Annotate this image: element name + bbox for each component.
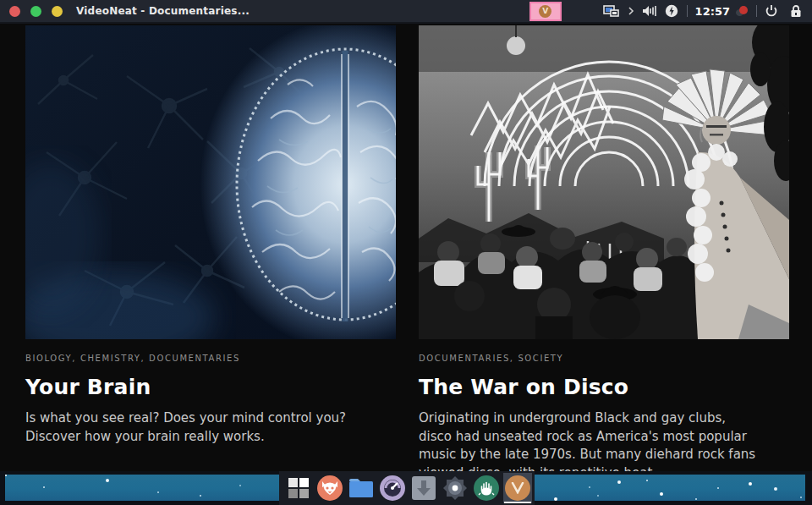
download-arrow-icon [412,476,436,500]
dock-item-app-grid[interactable] [284,473,313,503]
bottom-bar [0,471,812,505]
war-on-disco-thumbnail[interactable] [419,25,789,339]
post-title[interactable]: Your Brain [25,375,396,399]
firefox-icon [317,475,343,501]
gauge-icon [380,475,405,501]
folder-icon [348,477,374,499]
screen: VideoNeat - Documentaries... V [0,0,812,505]
displays-icon[interactable] [603,4,620,18]
post-categories[interactable]: DOCUMENTARIES, SOCIETY [419,354,789,363]
dock-item-system-monitor[interactable] [378,473,407,503]
separator [756,5,757,17]
close-button[interactable] [9,6,20,17]
videoneat-v-icon [505,475,530,501]
power-icon[interactable] [765,4,778,18]
dock-item-firefox[interactable] [315,473,344,503]
dock-item-videoneat[interactable] [503,473,532,503]
browser-page: BIOLOGY, CHEMISTRY, DOCUMENTARIES Your B… [0,24,812,505]
minimize-button[interactable] [52,6,63,17]
clock[interactable]: 12:57 [695,5,730,18]
hand-icon [474,475,499,501]
lock-icon[interactable] [790,4,802,18]
dock-item-hand-app[interactable] [472,473,501,503]
power-circle-icon[interactable] [665,4,678,18]
menubar: VideoNeat - Documentaries... V [0,0,812,24]
dock-item-settings[interactable] [441,473,469,503]
post-description: Is what you see real? Does your mind con… [25,409,367,446]
your-brain-thumbnail[interactable] [25,25,396,339]
dock-item-installer[interactable] [409,473,438,503]
chevron-right-icon[interactable] [628,7,634,15]
volume-icon[interactable] [642,5,657,17]
menubar-status-area: V [529,0,812,22]
dock [279,471,535,505]
window-title: VideoNeat - Documentaries... [76,5,250,17]
videoneat-app-icon: V [539,5,551,18]
post-card-war-on-disco[interactable]: DOCUMENTARIES, SOCIETY The War on Disco … [419,25,789,482]
post-categories[interactable]: BIOLOGY, CHEMISTRY, DOCUMENTARIES [25,354,396,363]
app-grid-icon [288,478,309,498]
separator [687,5,688,17]
gear-icon [442,475,468,501]
post-card-your-brain[interactable]: BIOLOGY, CHEMISTRY, DOCUMENTARIES Your B… [25,25,396,446]
notification-dot[interactable] [736,6,748,16]
maximize-button[interactable] [30,6,41,17]
dock-item-files[interactable] [347,473,376,503]
active-app-indicator [504,502,531,503]
highlighted-app-indicator[interactable]: V [529,2,562,21]
post-title[interactable]: The War on Disco [419,375,789,399]
